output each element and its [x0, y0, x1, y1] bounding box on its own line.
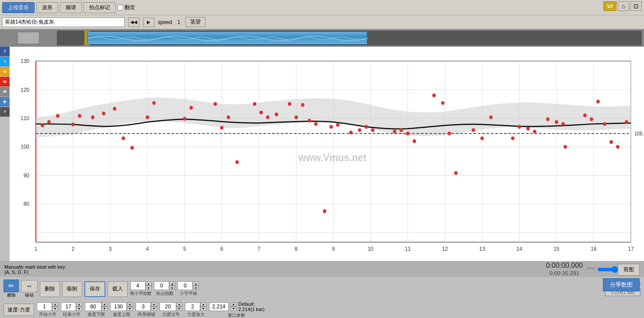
plus-button[interactable]: +	[0, 97, 10, 107]
svg-point-75	[275, 113, 278, 117]
svg-text:13: 13	[479, 246, 485, 252]
play-button[interactable]: ▶	[143, 17, 154, 27]
line-thin-up[interactable]: ▲	[151, 302, 157, 307]
prev-button[interactable]: ◀◀	[128, 17, 139, 27]
force-thin-up[interactable]: ▲	[176, 302, 182, 307]
end-bar-input[interactable]	[61, 302, 76, 311]
song-title-input[interactable]: 英雄14杰哈信-兔皮灰	[2, 17, 125, 27]
flip-checkbox-label[interactable]: 翻页	[118, 4, 135, 11]
speed-min-up[interactable]: ▲	[101, 302, 108, 307]
beat-division-input[interactable]	[154, 281, 169, 290]
waveform-track[interactable]	[57, 31, 642, 45]
svg-point-73	[259, 111, 263, 114]
window-param-input[interactable]	[209, 302, 229, 311]
beats-per-bar-up[interactable]: ▲	[146, 281, 152, 286]
facebook-button[interactable]: f	[0, 47, 10, 56]
version-button[interactable]: V2	[603, 1, 616, 11]
default-value: Default:2.214(1 bar)	[238, 301, 265, 312]
svg-point-72	[253, 102, 256, 106]
force-zoom-input[interactable]	[185, 302, 200, 311]
svg-text:108.9: 108.9	[634, 131, 644, 137]
delete-button[interactable]: 删除	[40, 281, 60, 297]
svg-text:7: 7	[258, 246, 261, 252]
beat-division-up[interactable]: ▲	[169, 281, 175, 286]
weibo-button[interactable]: W	[0, 77, 10, 86]
svg-point-64	[146, 115, 149, 119]
force-thin-down[interactable]: ▼	[176, 307, 182, 311]
time-current: 0:00:00.000	[546, 261, 583, 270]
svg-point-77	[294, 115, 298, 119]
beat-mark-button[interactable]: 拍点标记	[84, 2, 116, 13]
restore-button[interactable]: ⊡	[630, 1, 642, 11]
mail-button[interactable]: ✉	[0, 87, 10, 97]
load-button[interactable]: 载入	[108, 281, 128, 297]
top-toolbar: 上传音乐 波形 频谱 拍点标记 翻页 V2 ⌂ ⊡	[0, 0, 644, 15]
svg-point-94	[448, 131, 451, 135]
waveform-blue[interactable]	[87, 31, 367, 45]
end-bar-label: 结束小节	[63, 311, 80, 318]
svg-text:11: 11	[405, 246, 411, 252]
beat-division-down[interactable]: ▼	[169, 286, 175, 290]
bar-offset-down[interactable]: ▼	[193, 286, 199, 290]
line-thin-group: ▲ ▼ 跨系细细	[136, 302, 157, 318]
attach-button[interactable]: 吸附	[62, 281, 82, 297]
flip-checkbox[interactable]	[118, 5, 123, 10]
speed-min-input[interactable]	[85, 302, 101, 311]
cut-button[interactable]: 剪图	[618, 264, 640, 276]
save-button[interactable]: 保存	[84, 281, 105, 297]
svg-point-108	[590, 117, 593, 121]
help-button[interactable]: ?	[0, 107, 10, 117]
move-button[interactable]: ↔	[21, 280, 38, 292]
beats-per-bar-down[interactable]: ▼	[146, 286, 152, 290]
speed-max-up[interactable]: ▲	[127, 302, 133, 307]
svg-point-54	[41, 124, 44, 128]
force-thin-input[interactable]	[160, 302, 176, 311]
spectrum-button[interactable]: 频谱	[60, 2, 82, 13]
svg-point-101	[526, 127, 530, 131]
force-zoom-down[interactable]: ▼	[200, 307, 206, 311]
svg-text:90: 90	[24, 172, 29, 179]
svg-point-98	[489, 115, 493, 119]
beats-per-bar-label: 每小节拍数	[130, 290, 152, 297]
home-button[interactable]: ⌂	[618, 1, 629, 11]
confirm-button[interactable]: 茎望	[185, 17, 205, 27]
twitter-button[interactable]: t	[0, 57, 10, 66]
svg-point-107	[583, 114, 587, 118]
line-thin-down[interactable]: ▼	[151, 307, 157, 311]
svg-point-76	[288, 102, 291, 106]
split-view-button[interactable]: 分季数图	[603, 278, 640, 291]
line-thin-input[interactable]	[136, 302, 151, 311]
svg-point-97	[480, 136, 484, 140]
window-param-up[interactable]: ▲	[230, 302, 237, 307]
star-button[interactable]: ★	[0, 67, 10, 76]
window-param-group: ▲ ▼ Default:2.214(1 bar) 窗口参数	[209, 301, 265, 318]
svg-text:1: 1	[35, 246, 38, 252]
svg-point-69	[220, 126, 223, 130]
window-param-down[interactable]: ▼	[230, 307, 237, 311]
end-bar-up[interactable]: ▲	[76, 302, 82, 307]
svg-point-79	[307, 119, 311, 123]
speed-force-button[interactable]: 速度-力度	[3, 304, 34, 316]
svg-point-111	[609, 140, 613, 144]
end-bar-down[interactable]: ▼	[76, 307, 82, 311]
start-bar-down[interactable]: ▼	[52, 307, 58, 311]
waveform-button[interactable]: 波形	[36, 2, 58, 13]
status-text: Manually mark beat with key (A, S, D, F)	[4, 264, 541, 275]
start-bar-input[interactable]	[37, 302, 52, 311]
start-bar-up[interactable]: ▲	[52, 302, 58, 307]
erase-button[interactable]: ✏	[3, 280, 19, 292]
upload-music-button[interactable]: 上传音乐	[2, 2, 35, 13]
speed-max-down[interactable]: ▼	[127, 307, 133, 311]
speed-min-down[interactable]: ▼	[101, 307, 108, 311]
svg-point-78	[301, 103, 304, 107]
force-zoom-up[interactable]: ▲	[200, 302, 206, 307]
svg-text:16: 16	[591, 246, 596, 252]
bar-offset-input[interactable]	[178, 281, 193, 290]
svg-point-59	[91, 115, 94, 119]
svg-point-90	[406, 131, 410, 135]
svg-text:9: 9	[332, 246, 335, 252]
bar-offset-up[interactable]: ▲	[193, 281, 199, 286]
svg-point-93	[441, 101, 445, 105]
speed-max-input[interactable]	[110, 302, 127, 311]
beats-per-bar-input[interactable]: 4	[130, 281, 146, 290]
